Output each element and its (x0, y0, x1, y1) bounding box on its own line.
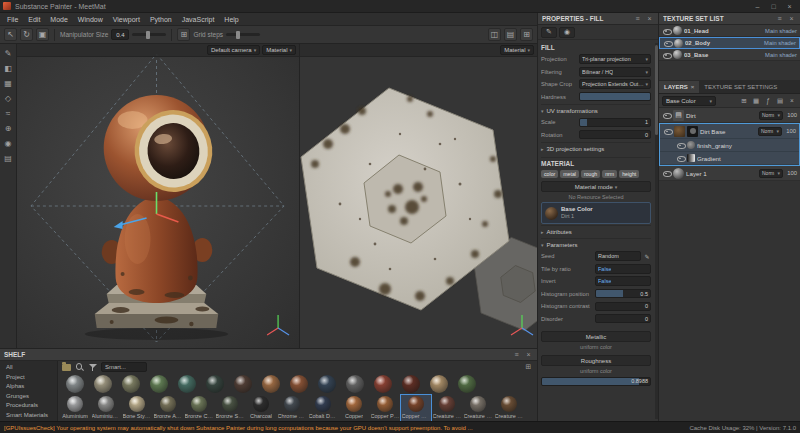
shape-crop-select[interactable]: Projection Extends Outside Shape▾ (579, 79, 651, 89)
search-icon[interactable] (75, 363, 84, 372)
material-sphere[interactable] (346, 375, 364, 393)
panel-menu-icon[interactable]: ≡ (775, 15, 784, 22)
shelf-header[interactable]: SHELF ≡ × (0, 349, 537, 361)
shelf-material[interactable]: Creature Sl... (463, 395, 493, 421)
blend-mode-select[interactable]: Norm▾ (759, 169, 783, 178)
layer-content-thumbnail[interactable] (674, 126, 685, 137)
panel-close-icon[interactable]: × (645, 15, 654, 22)
properties-header[interactable]: PROPERTIES - FILL ≡ × (538, 13, 658, 25)
tile-by-ratio-select[interactable]: False (595, 264, 651, 274)
edit-pencil-icon[interactable]: ✎ (643, 253, 651, 260)
add-folder-icon[interactable]: ▤ (775, 97, 785, 105)
grid-steps-slider[interactable] (226, 33, 260, 36)
material-sphere[interactable] (402, 375, 420, 393)
brush-mode-icon[interactable]: ✎ (541, 27, 557, 38)
texture-set-row[interactable]: 03_Base Main shader (659, 49, 800, 61)
tab-close-icon[interactable]: × (691, 84, 695, 90)
projection-select[interactable]: Tri-planar projection▾ (579, 54, 651, 64)
shelf-material-selected[interactable]: Copper Worn (401, 395, 431, 421)
close-button[interactable]: × (782, 1, 797, 12)
menu-python[interactable]: Python (145, 16, 177, 23)
shelf-category-alphas[interactable]: Alphas (0, 382, 57, 392)
shelf-material[interactable]: Cobalt Da... (308, 395, 338, 421)
delete-layer-icon[interactable]: × (787, 97, 797, 104)
material-sphere[interactable] (234, 375, 252, 393)
panel-menu-icon[interactable]: ≡ (512, 351, 521, 358)
quick-mask-tool-icon[interactable]: ▤ (2, 152, 15, 165)
smudge-tool-icon[interactable]: ≈ (2, 107, 15, 120)
texture-set-shader-link[interactable]: Main shader (765, 52, 797, 58)
tab-layers[interactable]: LAYERS × (659, 81, 699, 93)
metallic-button[interactable]: Metallic (541, 331, 651, 342)
paint-brush-tool-icon[interactable]: ✎ (2, 47, 15, 60)
effect-row-finish-grainy[interactable]: finish_grainy (660, 139, 799, 152)
eraser-tool-icon[interactable]: ◧ (2, 62, 15, 75)
shelf-category-smart-materials[interactable]: Smart Materials (0, 411, 57, 421)
shelf-material[interactable]: Aluminium (60, 395, 90, 421)
histogram-contrast-slider[interactable]: 0 (595, 302, 651, 311)
blend-mode-select[interactable]: Norm▾ (758, 127, 782, 136)
shelf-material[interactable]: Chrome Bl... (277, 395, 307, 421)
snap-grid-icon[interactable]: ⊞ (520, 28, 533, 41)
shelf-category-all[interactable]: All (0, 363, 57, 373)
lazy-mouse-icon[interactable]: ▤ (504, 28, 517, 41)
grid-view-icon[interactable]: ⊞ (524, 363, 533, 371)
shelf-category-grunges[interactable]: Grunges (0, 392, 57, 402)
visibility-eye-icon[interactable] (663, 127, 672, 135)
shelf-material[interactable]: Bronze Sta... (215, 395, 245, 421)
attributes-section[interactable]: ▸ Attributes (541, 225, 651, 237)
invert-select[interactable]: False (595, 276, 651, 286)
visibility-eye-icon[interactable] (676, 154, 685, 162)
material-sphere[interactable] (290, 375, 308, 393)
shelf-category-project[interactable]: Project (0, 373, 57, 383)
shelf-search-input[interactable]: Smart... (101, 362, 147, 372)
material-picker-tool-icon[interactable]: ◉ (2, 137, 15, 150)
texture-set-row-selected[interactable]: 02_Body Main shader (659, 37, 800, 49)
projection-tool-icon[interactable]: ▦ (2, 77, 15, 90)
grid-icon[interactable]: ⊞ (177, 28, 190, 41)
visibility-eye-icon[interactable] (676, 141, 685, 149)
uv-transformations-section[interactable]: ▾ UV transformations (541, 104, 651, 116)
folder-icon[interactable] (62, 364, 71, 371)
material-sphere[interactable] (318, 375, 336, 393)
channel-color-chip[interactable]: color (541, 170, 558, 178)
channel-rough-chip[interactable]: rough (581, 170, 600, 178)
clone-tool-icon[interactable]: ⊕ (2, 122, 15, 135)
visibility-eye-icon[interactable] (662, 111, 671, 119)
3d-projection-settings-section[interactable]: ▸ 3D projection settings (541, 142, 651, 154)
layer-mask-thumbnail[interactable] (687, 126, 698, 137)
seed-random-button[interactable]: Random (595, 251, 641, 261)
layer-row-dirt-base[interactable]: Dirt Base Norm▾ 100 (660, 124, 799, 139)
histogram-position-slider[interactable]: 0.5 (595, 289, 651, 298)
scale-manipulator-icon[interactable]: ▣ (36, 28, 49, 41)
manipulator-size-slider[interactable] (132, 33, 166, 36)
shelf-material[interactable]: Bronze Arm... (153, 395, 183, 421)
symmetry-icon[interactable]: ◫ (488, 28, 501, 41)
hardness-slider[interactable] (579, 92, 651, 101)
add-effect-icon[interactable]: ƒ (763, 97, 773, 104)
titlebar[interactable]: Substance Painter - MeetMat – □ × (0, 0, 800, 13)
shelf-material[interactable]: Copper (339, 395, 369, 421)
texture-set-row[interactable]: 01_Head Main shader (659, 25, 800, 37)
menu-window[interactable]: Window (73, 16, 108, 23)
scale-slider[interactable]: 1 (579, 118, 651, 127)
menu-help[interactable]: Help (219, 16, 243, 23)
menu-file[interactable]: File (2, 16, 23, 23)
roughness-button[interactable]: Roughness (541, 355, 651, 366)
layer-opacity[interactable]: 100 (785, 112, 797, 118)
maximize-button[interactable]: □ (766, 1, 781, 12)
slider-thumb[interactable] (146, 31, 150, 39)
menu-mode[interactable]: Mode (45, 16, 73, 23)
display-mode-select-3d[interactable]: Material ▾ (262, 45, 296, 55)
material-sphere[interactable] (94, 375, 112, 393)
disorder-slider[interactable]: 0 (595, 314, 651, 323)
3d-viewport[interactable]: Default camera ▾ Material ▾ (17, 44, 300, 348)
visibility-eye-icon[interactable] (662, 27, 671, 35)
material-sphere[interactable] (150, 375, 168, 393)
menu-viewport[interactable]: Viewport (108, 16, 145, 23)
channel-metal-chip[interactable]: metal (560, 170, 579, 178)
display-mode-select-2d[interactable]: Material ▾ (500, 45, 534, 55)
material-sphere[interactable] (122, 375, 140, 393)
blend-mode-select[interactable]: Norm▾ (759, 111, 783, 120)
material-sphere[interactable] (430, 375, 448, 393)
